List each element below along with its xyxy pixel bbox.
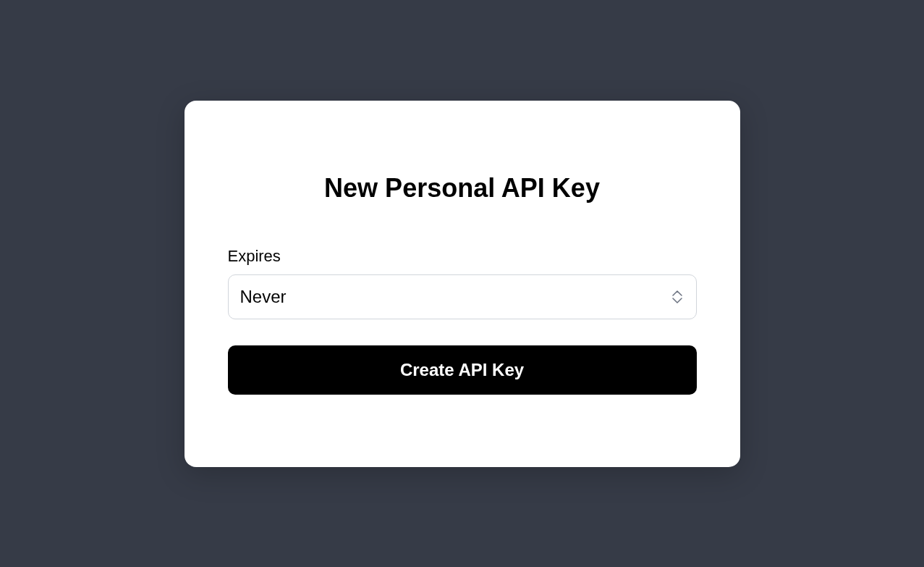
expires-form-group: Expires Never bbox=[228, 247, 697, 319]
expires-selected-value: Never bbox=[240, 287, 287, 306]
expires-select-wrapper: Never bbox=[228, 274, 697, 319]
expires-select[interactable]: Never bbox=[228, 274, 697, 319]
expires-label: Expires bbox=[228, 247, 697, 266]
api-key-modal: New Personal API Key Expires Never Creat… bbox=[185, 101, 740, 467]
modal-title: New Personal API Key bbox=[228, 173, 697, 203]
create-api-key-button[interactable]: Create API Key bbox=[228, 345, 697, 395]
